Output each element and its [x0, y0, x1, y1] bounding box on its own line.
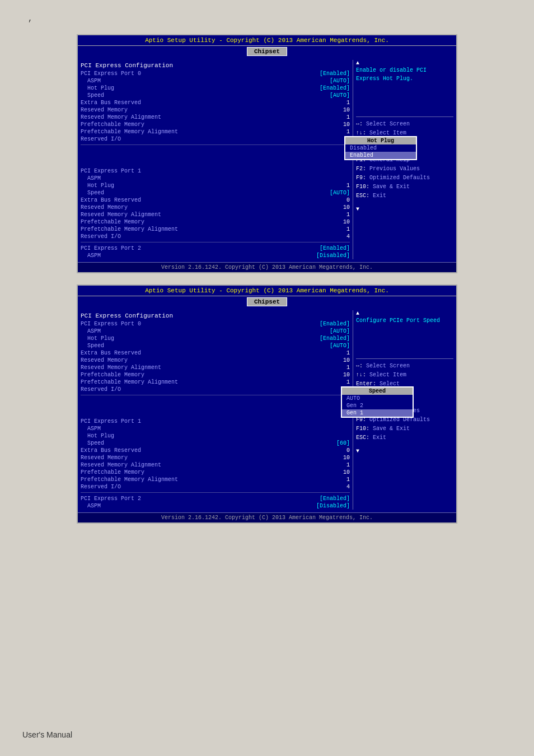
table-row: PCI Express Port 0[Enabled] [81, 320, 350, 328]
table-row: Speed[AUTO] [81, 189, 350, 197]
popup-item-gen2[interactable]: Gen 2 [342, 402, 413, 409]
bios-tab-chipset-2[interactable]: Chipset [247, 297, 287, 306]
bios-tab-row-1: Chipset [78, 46, 456, 57]
table-row: PCI Express Port 0[Enabled] [81, 70, 350, 77]
table-row: Hot Plug[Enabled] [81, 85, 350, 92]
table-row: Reserved I/O 4 Speed AUTO Gen 2 Gen 1 [81, 386, 350, 393]
bios-tab-row-2: Chipset [78, 296, 456, 307]
table-row: Hot Plug1 [81, 182, 350, 189]
table-row: Prefetchable Memory10 [81, 371, 350, 379]
table-row: Reseved Memory10 [81, 106, 350, 114]
table-row: Reserved I/O Hot Plug Disabled Enabled [81, 136, 350, 143]
table-row: Reserved I/O4 [81, 483, 350, 491]
section-title-2: PCI Express Configuration [81, 312, 350, 319]
popup-title-hotplug: Hot Plug [345, 137, 416, 144]
bios-panel-2: Aptio Setup Utility - Copyright (C) 2013… [77, 284, 457, 524]
bios-header-2: Aptio Setup Utility - Copyright (C) 2013… [78, 286, 456, 296]
table-row: Prefetchable Memory10 [81, 121, 350, 128]
help-text-2: Configure PCIe Port Speed [356, 316, 453, 325]
table-row: ASPM[Disabled] [81, 502, 350, 510]
table-row: Extra Bus Reserved0 [81, 197, 350, 204]
popup-item-disabled[interactable]: Disabled [345, 144, 416, 152]
popup-title-speed: Speed [342, 388, 413, 395]
table-row: Reseved Memory10 [81, 204, 350, 211]
table-row: ASPM [81, 175, 350, 182]
bios-panel-1: Aptio Setup Utility - Copyright (C) 2013… [77, 34, 457, 273]
table-row: Reseved Memory Alignment1 [81, 211, 350, 218]
table-row: Prefetchable Memory10 [81, 218, 350, 226]
table-row: Reseved Memory Alignment1 [81, 461, 350, 469]
table-row: Extra Bus Reserved1 [81, 99, 350, 106]
table-row: ASPM[AUTO] [81, 77, 350, 85]
table-row: Speed[AUTO] [81, 342, 350, 349]
table-row: Reserved I/O4 [81, 233, 350, 240]
table-row: Speed[AUTO] [81, 92, 350, 99]
table-row: Hot Plug [81, 432, 350, 440]
scroll-up-1: ▲ [356, 60, 453, 66]
scroll-down-2: ▼ [356, 448, 453, 454]
table-row: Prefetchable Memory Alignment1 [81, 476, 350, 483]
table-row: Extra Bus Reserved1 [81, 349, 350, 357]
scroll-up-2: ▲ [356, 310, 453, 316]
popup-item-auto[interactable]: AUTO [342, 395, 413, 402]
table-row: Prefetchable Memory Alignment1 [81, 128, 350, 136]
section-title-1: PCI Express Configuration [81, 62, 350, 69]
table-row: ASPM [81, 425, 350, 432]
table-row: ASPM[Disabled] [81, 252, 350, 259]
table-row: Extra Bus Reserved0 [81, 447, 350, 454]
table-row: Reseved Memory Alignment1 [81, 114, 350, 121]
bios-header-1: Aptio Setup Utility - Copyright (C) 2013… [78, 35, 456, 46]
manual-label: User's Manual [11, 725, 523, 745]
table-row: Prefetchable Memory Alignment1 [81, 379, 350, 386]
table-row: Reseved Memory Alignment1 [81, 364, 350, 371]
table-row: PCI Express Port 1 [81, 167, 350, 175]
table-row: Reseved Memory10 [81, 454, 350, 461]
table-row: Reseved Memory10 [81, 357, 350, 364]
table-row: Prefetchable Memory Alignment1 [81, 226, 350, 233]
table-row: Prefetchable Memory10 [81, 469, 350, 476]
table-row: ASPM[AUTO] [81, 328, 350, 335]
hotplug-popup[interactable]: Hot Plug Disabled Enabled [344, 136, 417, 160]
bios-footer-1: Version 2.16.1242. Copyright (C) 2013 Am… [78, 262, 456, 272]
bios-tab-chipset-1[interactable]: Chipset [247, 47, 287, 56]
table-row: Speed[60] [81, 440, 350, 447]
table-row: PCI Express Port 2[Enabled] [81, 245, 350, 252]
table-row: PCI Express Port 2[Enabled] [81, 495, 350, 502]
popup-item-gen1[interactable]: Gen 1 [342, 409, 413, 417]
help-keys-1: ↔: Select Screen ↑↓: Select Item Enter: … [356, 120, 453, 200]
table-row: PCI Express Port 1 [81, 418, 350, 425]
table-row: Hot Plug[Enabled] [81, 335, 350, 342]
popup-item-enabled[interactable]: Enabled [345, 152, 416, 159]
help-text-1: Enable or disable PCI Express Hot Plug. [356, 66, 453, 83]
scroll-down-1: ▼ [356, 206, 453, 212]
comma-mark: , [11, 11, 523, 23]
bios-footer-2: Version 2.16.1242. Copyright (C) 2013 Am… [78, 512, 456, 522]
speed-popup[interactable]: Speed AUTO Gen 2 Gen 1 [341, 386, 414, 418]
